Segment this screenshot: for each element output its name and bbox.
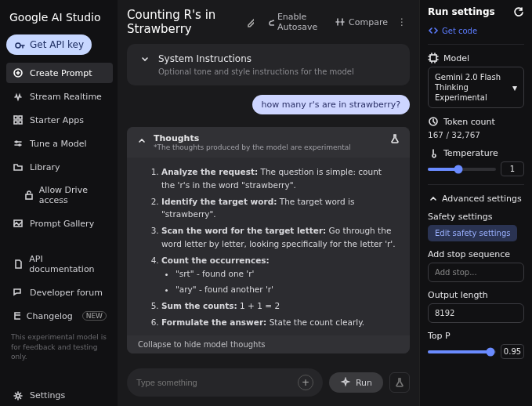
- label: Advanced settings: [442, 194, 522, 204]
- chevron-up-icon: [428, 193, 439, 204]
- nav-label: Tune a Model: [30, 139, 87, 149]
- token-icon: [428, 116, 439, 127]
- stop-seq-input[interactable]: Add stop...: [428, 263, 524, 282]
- nav-label: Stream Realtime: [30, 92, 102, 102]
- lab-icon-button[interactable]: [389, 372, 410, 393]
- topp-slider[interactable]: [428, 350, 496, 353]
- model-select[interactable]: Gemini 2.0 Flash Thinking Experimental ▾: [428, 67, 524, 108]
- thought-item: Analyze the request: The question is sim…: [161, 165, 397, 192]
- system-instructions-box[interactable]: System Instructions Optional tone and st…: [127, 44, 410, 85]
- cloud-icon: [266, 16, 274, 27]
- svg-point-0: [16, 43, 20, 48]
- main: Counting R's in Strawberry Enable Autosa…: [118, 0, 419, 406]
- sparkle-icon: [340, 377, 351, 388]
- user-message: how many r's are in strawberry?: [127, 95, 410, 114]
- thoughts-subtitle: *The thoughts produced by the model are …: [154, 143, 383, 151]
- chat-area: System Instructions Optional tone and st…: [118, 44, 419, 362]
- sidebar-item-starter-apps[interactable]: Starter Apps: [6, 110, 113, 130]
- sidebar-item-allow-drive[interactable]: Allow Drive access: [6, 180, 113, 210]
- edit-safety-button[interactable]: Edit safety settings: [428, 225, 517, 241]
- chevron-down-icon: [139, 53, 150, 64]
- compare-button[interactable]: Compare: [335, 16, 388, 27]
- input-row: + Run: [118, 362, 419, 406]
- svg-rect-2: [14, 116, 17, 119]
- sidebar-item-tune-model[interactable]: Tune a Model: [6, 133, 113, 154]
- stop-seq-label: Add stop sequence: [428, 249, 524, 259]
- api-key-label: Get API key: [30, 39, 84, 50]
- topp-label: Top P: [428, 331, 524, 341]
- thought-item: Scan the word for the target letter: Go …: [161, 224, 397, 251]
- sidebar-item-stream-realtime[interactable]: Stream Realtime: [6, 86, 113, 107]
- app-logo: Google AI Studio: [6, 6, 113, 31]
- get-code-link[interactable]: Get code: [428, 25, 524, 36]
- advanced-settings-toggle[interactable]: Advanced settings: [428, 193, 524, 204]
- svg-rect-3: [19, 116, 22, 119]
- svg-point-10: [16, 394, 20, 397]
- changelog-icon: [13, 310, 20, 321]
- experiment-icon: [389, 133, 400, 144]
- thoughts-header[interactable]: Thoughts *The thoughts produced by the m…: [127, 127, 410, 158]
- nav-label: Allow Drive access: [39, 185, 107, 205]
- run-settings-panel: Run settings Get code Model Gemini 2.0 F…: [419, 0, 532, 406]
- folder-icon: [13, 161, 24, 172]
- svg-rect-8: [26, 194, 32, 199]
- settings-header: Run settings: [428, 6, 524, 17]
- output-length-label: Output length: [428, 290, 524, 300]
- label: Enable Autosave: [277, 12, 328, 32]
- sidebar-item-prompt-gallery[interactable]: Prompt Gallery: [6, 213, 113, 234]
- lock-open-icon: [24, 190, 33, 201]
- flask-icon: [394, 377, 405, 388]
- sidebar-item-create-prompt[interactable]: Create Prompt: [6, 63, 113, 83]
- temperature-label: Temperature: [443, 148, 498, 158]
- get-api-key-button[interactable]: Get API key: [6, 34, 92, 55]
- dropdown-caret-icon: ▾: [512, 82, 517, 93]
- sliders-icon: [13, 138, 24, 149]
- more-menu-button[interactable]: ⋮: [394, 16, 410, 27]
- forum-icon: [13, 287, 24, 298]
- nav-label: Developer forum: [30, 288, 103, 298]
- collapse-thoughts-button[interactable]: Collapse to hide model thoughts: [127, 335, 410, 353]
- run-button[interactable]: Run: [329, 372, 383, 393]
- sidebar-item-library[interactable]: Library: [6, 157, 113, 177]
- sidebar-item-dev-forum[interactable]: Developer forum: [6, 282, 113, 303]
- thought-subitem: "ary" - found another 'r': [176, 283, 397, 296]
- model-label: Model: [443, 53, 469, 63]
- svg-rect-11: [430, 55, 436, 61]
- token-count-value: 167 / 32,767: [428, 130, 524, 140]
- temperature-value[interactable]: 1: [501, 161, 524, 176]
- gear-icon: [13, 390, 24, 401]
- thought-item: Count the occurrences:"srt" - found one …: [161, 254, 397, 296]
- nav-label: Prompt Gallery: [30, 219, 94, 229]
- sidebar-item-changelog[interactable]: ChangelogNEW: [6, 306, 113, 326]
- prompt-input[interactable]: [136, 378, 291, 387]
- sidebar-item-api-docs[interactable]: API documentation: [6, 249, 113, 279]
- thought-item: Formulate the answer: State the count cl…: [161, 316, 397, 329]
- thoughts-body: Analyze the request: The question is sim…: [127, 158, 410, 335]
- image-icon: [13, 218, 24, 229]
- svg-rect-5: [19, 121, 22, 124]
- nav-label: Starter Apps: [30, 115, 84, 125]
- label: Compare: [349, 17, 388, 27]
- plus-circle-icon: [13, 67, 24, 78]
- edit-icon[interactable]: [246, 16, 254, 27]
- nav-label: API documentation: [29, 254, 107, 274]
- run-label: Run: [356, 378, 372, 388]
- sidebar-item-settings[interactable]: Settings: [6, 386, 113, 406]
- thoughts-card: Thoughts *The thoughts produced by the m…: [127, 127, 410, 353]
- footnote: This experimental model is for feedback …: [6, 329, 113, 365]
- wave-icon: [13, 91, 24, 102]
- topp-value[interactable]: 0.95: [501, 344, 524, 359]
- enable-autosave-button[interactable]: Enable Autosave: [266, 12, 328, 32]
- refresh-icon[interactable]: [513, 6, 524, 17]
- temperature-slider[interactable]: [428, 168, 496, 171]
- thought-subitem: "srt" - found one 'r': [176, 267, 397, 281]
- thought-item: Identify the target word: The target wor…: [161, 195, 397, 222]
- temperature-icon: [428, 147, 439, 158]
- sidebar: Google AI Studio Get API key Create Prom…: [0, 0, 118, 406]
- nav-label: Settings: [30, 390, 65, 401]
- output-length-input[interactable]: 8192: [428, 303, 524, 323]
- nav-label: Changelog: [27, 311, 73, 321]
- doc-icon: [13, 259, 23, 270]
- add-attachment-button[interactable]: +: [298, 375, 313, 390]
- nav-label: Create Prompt: [30, 68, 92, 78]
